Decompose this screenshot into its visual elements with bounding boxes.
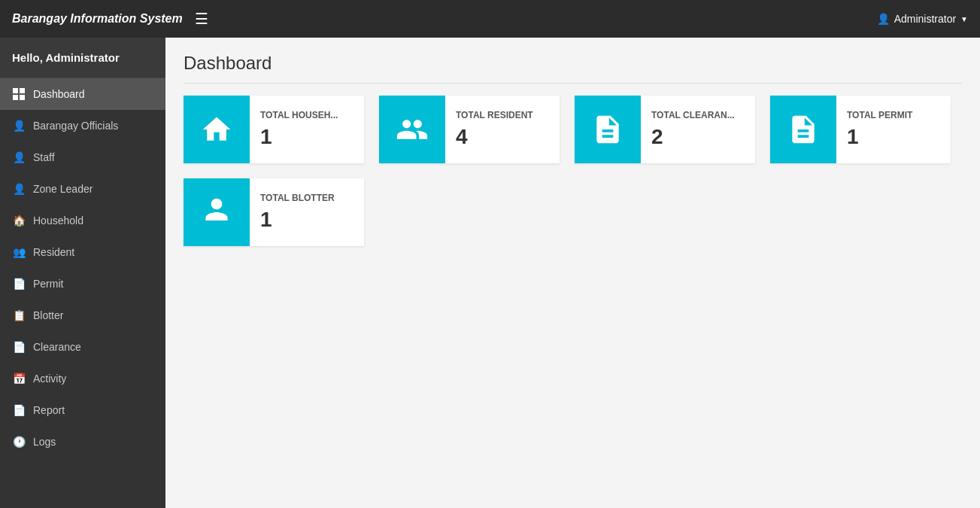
page-title: Dashboard (184, 53, 962, 84)
household-card-label: TOTAL HOUSEH... (260, 110, 353, 120)
household-card-value: 1 (260, 125, 353, 149)
blotter-card-value: 1 (260, 208, 353, 232)
resident-card-info: TOTAL RESIDENT 4 (445, 101, 560, 158)
sidebar-label-activity: Activity (33, 373, 66, 385)
caret-down-icon: ▼ (960, 15, 968, 23)
sidebar: Hello, Administrator Dashboard 👤 Baranga… (0, 38, 165, 508)
sidebar-label-household: Household (33, 214, 83, 227)
app-title: Barangay Information System (12, 12, 183, 26)
sidebar-label-report: Report (33, 404, 65, 416)
permit-card-label: TOTAL PERMIT (847, 110, 940, 120)
admin-label: Administrator (894, 13, 956, 25)
main-content: Dashboard TOTAL HOUSEH... 1 (165, 38, 980, 508)
logs-icon: 🕐 (12, 435, 26, 449)
document-icon (591, 113, 624, 146)
user-icon: 👤 (877, 13, 890, 25)
sidebar-item-activity[interactable]: 📅 Activity (0, 363, 165, 394)
sidebar-item-clearance[interactable]: 📄 Clearance (0, 331, 165, 363)
cards-row-2: TOTAL BLOTTER 1 (184, 178, 962, 246)
sidebar-item-blotter[interactable]: 📋 Blotter (0, 300, 165, 331)
dashboard-icon (12, 87, 26, 101)
house-icon (200, 113, 233, 146)
clearance-card-value: 2 (651, 125, 745, 149)
blotter-person-icon (200, 196, 233, 229)
clearance-card-icon-box (575, 96, 641, 163)
sidebar-label-zone-leader: Zone Leader (33, 183, 93, 195)
svg-rect-2 (13, 95, 18, 100)
cards-row-1: TOTAL HOUSEH... 1 TOTAL RESIDENT 4 (184, 96, 962, 163)
barangay-officials-icon: 👤 (12, 119, 26, 132)
sidebar-item-permit[interactable]: 📄 Permit (0, 268, 165, 300)
card-permit: TOTAL PERMIT 1 (770, 96, 951, 163)
card-household: TOTAL HOUSEH... 1 (184, 96, 364, 163)
sidebar-item-logs[interactable]: 🕐 Logs (0, 426, 165, 458)
hamburger-icon[interactable]: ☰ (195, 10, 208, 28)
sidebar-label-clearance: Clearance (33, 341, 81, 353)
blotter-card-info: TOTAL BLOTTER 1 (250, 184, 364, 241)
sidebar-item-zone-leader[interactable]: 👤 Zone Leader (0, 173, 165, 205)
clearance-card-label: TOTAL CLEARAN... (651, 110, 745, 120)
sidebar-label-blotter: Blotter (33, 309, 63, 321)
resident-card-label: TOTAL RESIDENT (456, 110, 549, 120)
household-card-info: TOTAL HOUSEH... 1 (250, 101, 364, 158)
sidebar-item-dashboard[interactable]: Dashboard (0, 78, 165, 110)
sidebar-item-resident[interactable]: 👥 Resident (0, 236, 165, 268)
sidebar-label-barangay-officials: Barangay Officials (33, 120, 118, 132)
permit-card-info: TOTAL PERMIT 1 (836, 101, 951, 158)
permit-card-icon-box (770, 96, 836, 163)
permit-doc-icon (787, 113, 820, 146)
blotter-card-label: TOTAL BLOTTER (260, 193, 353, 203)
activity-icon: 📅 (12, 372, 26, 385)
permit-card-value: 1 (847, 125, 940, 149)
clearance-icon: 📄 (12, 340, 26, 354)
clearance-card-info: TOTAL CLEARAN... 2 (641, 101, 755, 158)
sidebar-label-staff: Staff (33, 151, 55, 163)
card-blotter: TOTAL BLOTTER 1 (184, 178, 364, 246)
zone-leader-icon: 👤 (12, 182, 26, 196)
report-icon: 📄 (12, 403, 26, 417)
sidebar-item-staff[interactable]: 👤 Staff (0, 141, 165, 173)
sidebar-item-report[interactable]: 📄 Report (0, 394, 165, 426)
card-resident: TOTAL RESIDENT 4 (379, 96, 560, 163)
sidebar-label-resident: Resident (33, 246, 74, 258)
sidebar-label-dashboard: Dashboard (33, 88, 85, 100)
household-icon: 🏠 (12, 214, 26, 227)
staff-icon: 👤 (12, 151, 26, 164)
sidebar-greeting: Hello, Administrator (0, 38, 165, 78)
sidebar-item-household[interactable]: 🏠 Household (0, 205, 165, 236)
admin-menu[interactable]: 👤 Administrator ▼ (877, 13, 968, 25)
sidebar-item-barangay-officials[interactable]: 👤 Barangay Officials (0, 110, 165, 141)
svg-rect-1 (20, 88, 25, 93)
household-card-icon-box (184, 96, 250, 163)
resident-card-value: 4 (456, 125, 549, 149)
card-clearance: TOTAL CLEARAN... 2 (575, 96, 755, 163)
top-nav: Barangay Information System ☰ 👤 Administ… (0, 0, 980, 38)
resident-card-icon-box (379, 96, 445, 163)
blotter-icon: 📋 (12, 309, 26, 322)
svg-rect-3 (20, 95, 25, 100)
svg-rect-0 (13, 88, 18, 93)
sidebar-label-permit: Permit (33, 278, 63, 290)
permit-icon: 📄 (12, 277, 26, 291)
sidebar-label-logs: Logs (33, 436, 56, 448)
group-icon (396, 113, 429, 146)
blotter-card-icon-box (184, 178, 250, 246)
resident-icon: 👥 (12, 245, 26, 259)
